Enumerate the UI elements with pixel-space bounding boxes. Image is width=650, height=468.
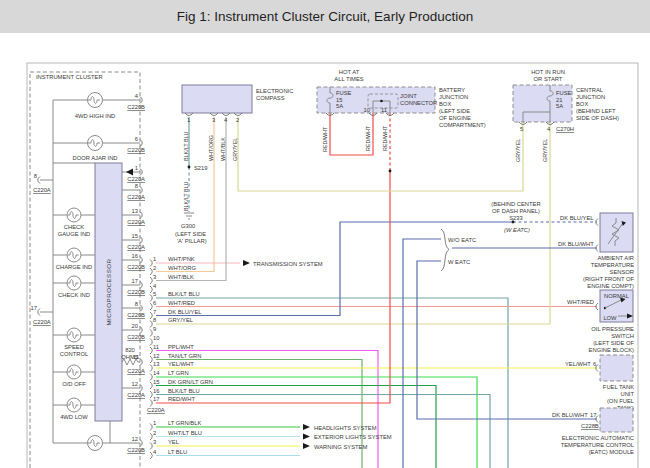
pin-number: 17 bbox=[590, 412, 596, 418]
wire-label: GRY/YEL bbox=[515, 139, 521, 162]
wire-label: DK BLU/YEL bbox=[560, 215, 594, 221]
lamp-label: 4WD LOW bbox=[60, 414, 88, 420]
wire-label: BLK/LT BLU bbox=[183, 181, 189, 211]
component-label: SIDE OF DASH) bbox=[576, 115, 619, 121]
connector-label: C220A bbox=[127, 368, 145, 374]
power-source-label: HOT IN RUN bbox=[531, 69, 565, 75]
component-label: SENSOR bbox=[610, 269, 634, 275]
system-label: TRANSMISSION SYSTEM bbox=[253, 261, 323, 267]
component-label: ELECTRONIC bbox=[256, 88, 293, 94]
pin-number: 14 bbox=[153, 370, 160, 376]
wire-label: RED/WHT bbox=[382, 125, 388, 151]
pin-number: 12 bbox=[132, 381, 138, 387]
wire-label: PPL/WHT bbox=[168, 344, 194, 350]
power-source-label: OR START bbox=[534, 76, 563, 82]
connector-label: C220A bbox=[127, 392, 145, 398]
pin-number: 13 bbox=[153, 361, 159, 367]
wire-label: WHT/RED bbox=[567, 299, 594, 305]
fuse-label: 5A bbox=[336, 103, 343, 109]
ground-location: (LEFT SIDE bbox=[175, 231, 206, 237]
connector-label: C220A bbox=[127, 194, 145, 200]
connector-label: C220B bbox=[127, 147, 145, 153]
connector-label: C220B bbox=[127, 447, 145, 453]
wire-label: LT GRN bbox=[168, 370, 189, 376]
connector-label: C220A bbox=[33, 319, 51, 325]
lamp-label: CHECK IND bbox=[58, 292, 90, 298]
pin-number: 12 bbox=[132, 436, 138, 442]
component-label: (LEFT SIDE bbox=[439, 108, 470, 114]
connector-label: C220B bbox=[127, 289, 145, 295]
pin-number: 8 bbox=[135, 183, 138, 189]
fuse-label: FUSE bbox=[556, 90, 572, 96]
pin-number: 17 bbox=[31, 305, 37, 311]
pin-number: 6 bbox=[593, 361, 596, 367]
note: (W EATC) bbox=[504, 227, 530, 233]
wire-label: WHT/PNK bbox=[168, 256, 195, 262]
wire-label: WHT/LT BLU bbox=[168, 430, 202, 436]
pin-number: 13 bbox=[132, 208, 138, 214]
wire-label: BLK/LT BLU bbox=[168, 388, 200, 394]
component-label: AMBIENT AIR bbox=[597, 255, 634, 261]
pin-number: 1 bbox=[153, 256, 156, 262]
pin-number: 8 bbox=[153, 317, 156, 323]
wire-label: WHT/RED bbox=[168, 300, 195, 306]
pin-number: 12 bbox=[153, 353, 159, 359]
pin-number: 10 bbox=[153, 335, 159, 341]
pin-number: 11 bbox=[381, 107, 387, 113]
wiring-diagram: INSTRUMENT CLUSTER MICROPROCESSOR 4WD HI… bbox=[0, 33, 650, 468]
wire-label: LT GRN/BLK bbox=[168, 420, 201, 426]
component-label: ENGINE BLOCK) bbox=[589, 347, 634, 353]
fuse-label: 21 bbox=[556, 97, 562, 103]
pin-number: 5 bbox=[153, 291, 156, 297]
pin-number: 6 bbox=[153, 300, 156, 306]
component-label: BOX bbox=[439, 101, 451, 107]
pin-number: 7 bbox=[153, 309, 156, 315]
option-label: W EATC bbox=[448, 259, 470, 265]
component-label: COMPASS bbox=[256, 95, 285, 101]
figure-title-bar: Fig 1: Instrument Cluster Circuit, Early… bbox=[0, 0, 650, 33]
pin-number: 2 bbox=[153, 430, 156, 436]
wire-label: GRY/YEL bbox=[168, 317, 194, 323]
pin-number: 2 bbox=[153, 265, 156, 271]
power-source-label: ALL TIMES bbox=[334, 76, 363, 82]
wire-label: GRY/YEL bbox=[542, 139, 548, 162]
lamp-label: CHECK bbox=[64, 224, 84, 230]
component-label: SWITCH bbox=[611, 333, 634, 339]
pin-number: 3 bbox=[153, 439, 156, 445]
pin-number: 3 bbox=[212, 117, 215, 123]
switch-position-label: NORMAL bbox=[604, 293, 630, 299]
pin-number: 15 bbox=[153, 379, 159, 385]
ground-label: G300 bbox=[181, 223, 195, 229]
component-label: (EATC) MODULE bbox=[589, 449, 634, 455]
splice-label: S219 bbox=[194, 165, 208, 171]
microprocessor-label: MICROPROCESSOR bbox=[105, 258, 112, 325]
pin-number: 8 bbox=[135, 301, 138, 307]
wire-label: YEL/WHT bbox=[168, 361, 194, 367]
component-label: (BEHIND LEFT bbox=[576, 108, 616, 114]
component-label: TEMPERATURE bbox=[591, 262, 635, 268]
component-label: ELECTRONIC AUTOMATIC bbox=[562, 435, 634, 441]
system-label: EXTERIOR LIGHTS SYSTEM bbox=[314, 434, 392, 440]
component-label: OIL PRESSURE bbox=[591, 326, 634, 332]
pin-number: 16 bbox=[132, 253, 138, 259]
wire-label: DK BLU/YEL bbox=[168, 309, 202, 315]
wire-label: DK BLU/WHT bbox=[552, 412, 588, 418]
pin-number: 9 bbox=[153, 326, 156, 332]
microprocessor: MICROPROCESSOR bbox=[95, 163, 122, 421]
figure-title: Fig 1: Instrument Cluster Circuit, Early… bbox=[177, 9, 473, 24]
connector-label: C220B bbox=[127, 312, 145, 318]
note: (BEHIND CENTER bbox=[491, 201, 540, 207]
component-label: TEMPERATURE CONTROL bbox=[561, 442, 635, 448]
lamp-label: GAUGE IND bbox=[58, 231, 91, 237]
pin-number: 8 bbox=[34, 173, 37, 179]
pin-number: 5 bbox=[520, 126, 523, 132]
lamp-label: CONTROL bbox=[60, 351, 89, 357]
wire-label: RED/WHT bbox=[365, 125, 371, 151]
fuse-label: 5A bbox=[556, 103, 563, 109]
connector-label: C228B bbox=[581, 423, 599, 429]
wire-label: BLK/LT BLU bbox=[183, 131, 189, 161]
component-label: JUNCTION bbox=[439, 94, 468, 100]
pin-number: 11 bbox=[133, 354, 139, 360]
component-label: BATTERY bbox=[439, 87, 465, 93]
component-label: (LEFT SIDE OF bbox=[593, 340, 634, 346]
